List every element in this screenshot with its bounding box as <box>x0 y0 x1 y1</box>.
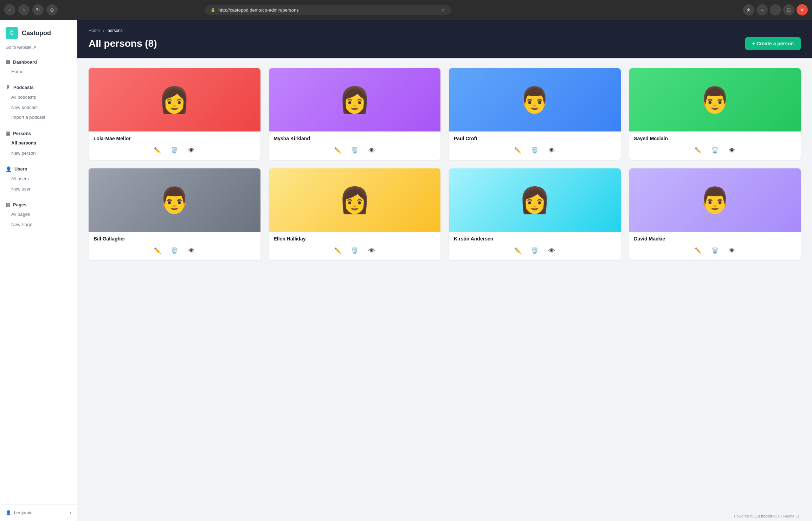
edit-icon[interactable]: ✏️ <box>513 246 523 255</box>
person-avatar: 👩 <box>89 68 260 131</box>
sidebar-item-new-page[interactable]: New Page <box>0 220 77 230</box>
sidebar-item-new-podcast[interactable]: New podcast <box>0 103 77 113</box>
person-avatar: 👩 <box>449 168 621 232</box>
app-footer: Powered by Castopod v1.0.0-alpha.31. <box>77 511 812 521</box>
delete-icon[interactable]: 🗑️ <box>710 146 720 155</box>
reload-button[interactable]: ↻ <box>32 4 44 15</box>
page-header: Home / persons All persons (8) + Create … <box>77 20 812 58</box>
view-icon[interactable]: 👁️ <box>547 146 556 155</box>
sidebar-section-header-persons[interactable]: ▣ Persons <box>0 128 77 138</box>
view-icon[interactable]: 👁️ <box>547 246 556 255</box>
edit-icon[interactable]: ✏️ <box>513 146 523 155</box>
sidebar-item-new-person[interactable]: New person <box>0 148 77 159</box>
user-icon: 👤 <box>6 510 11 515</box>
person-actions: ✏️ 🗑️ 👁️ <box>454 246 616 255</box>
sidebar-section-header-pages[interactable]: ▤ Pages <box>0 200 77 210</box>
person-card: 👩 Mysha Kirkland ✏️ 🗑️ 👁️ <box>269 68 441 160</box>
person-card: 👨 David Mackie ✏️ 🗑️ 👁️ <box>629 168 801 260</box>
edit-icon[interactable]: ✏️ <box>333 246 343 255</box>
minimize-button[interactable]: − <box>770 4 781 15</box>
person-actions: ✏️ 🗑️ 👁️ <box>274 246 436 255</box>
sidebar-footer[interactable]: 👤 benjamin › <box>0 504 77 521</box>
person-actions: ✏️ 🗑️ 👁️ <box>94 146 256 155</box>
edit-icon[interactable]: ✏️ <box>693 146 703 155</box>
delete-icon[interactable]: 🗑️ <box>710 246 720 255</box>
sidebar-section-label-podcasts: Podcasts <box>13 85 34 90</box>
sidebar-footer-username: benjamin <box>14 510 33 515</box>
person-name: Lola-Mae Mellor <box>94 136 256 141</box>
view-icon[interactable]: 👁️ <box>186 246 196 255</box>
sidebar-section-header-podcasts[interactable]: 🎙 Podcasts <box>0 83 77 92</box>
person-card-body: Sayed Mcclain ✏️ 🗑️ 👁️ <box>629 131 801 160</box>
forward-button[interactable]: › <box>18 4 30 15</box>
person-name: Bill Gallagher <box>94 236 256 242</box>
bookmark-icon[interactable]: ☆ <box>441 7 445 13</box>
extensions-button[interactable]: ★ <box>743 4 754 15</box>
sidebar-item-new-user[interactable]: New user <box>0 184 77 194</box>
footer-powered-by: Powered by <box>734 514 754 518</box>
person-avatar: 👨 <box>629 168 801 232</box>
person-actions: ✏️ 🗑️ 👁️ <box>94 246 256 255</box>
cards-area: 👩 Lola-Mae Mellor ✏️ 🗑️ 👁️ 👩 Mysha Kirkl… <box>77 58 812 511</box>
sidebar-item-all-persons[interactable]: All persons <box>0 138 77 148</box>
person-card-body: Mysha Kirkland ✏️ 🗑️ 👁️ <box>269 131 441 160</box>
person-card: 👩 Ellen Halliday ✏️ 🗑️ 👁️ <box>269 168 441 260</box>
browser-chrome: ‹ › ↻ ⊕ 🔒 http://castopod.demo/cp-admin/… <box>0 0 812 20</box>
page-title: All persons (8) <box>89 38 157 49</box>
page-header-row: All persons (8) + Create a person <box>89 37 801 50</box>
breadcrumb-home-link[interactable]: Home <box>89 28 100 33</box>
delete-icon[interactable]: 🗑️ <box>530 146 540 155</box>
dashboard-icon: ▦ <box>6 59 10 65</box>
podcasts-icon: 🎙 <box>6 85 11 90</box>
edit-icon[interactable]: ✏️ <box>333 146 343 155</box>
view-icon[interactable]: 👁️ <box>367 246 376 255</box>
sidebar-item-home[interactable]: Home <box>0 67 77 77</box>
sidebar-section-header-dashboard[interactable]: ▦ Dashboard <box>0 57 77 67</box>
view-icon[interactable]: 👁️ <box>727 246 737 255</box>
view-icon[interactable]: 👁️ <box>727 146 737 155</box>
sidebar-item-all-podcasts[interactable]: All podcasts <box>0 92 77 103</box>
sidebar-item-all-pages[interactable]: All pages <box>0 210 77 220</box>
sidebar: 🎙 Castopod Go to website ↗ ▦ Dashboard H… <box>0 20 77 521</box>
edit-icon[interactable]: ✏️ <box>153 146 162 155</box>
delete-icon[interactable]: 🗑️ <box>350 146 360 155</box>
sidebar-logo-text: Castopod <box>22 30 51 37</box>
person-card-body: Paul Croft ✏️ 🗑️ 👁️ <box>449 131 621 160</box>
newtab-button[interactable]: ⊕ <box>46 4 58 15</box>
create-person-button[interactable]: + Create a person <box>745 37 801 50</box>
view-icon[interactable]: 👁️ <box>186 146 196 155</box>
maximize-button[interactable]: □ <box>783 4 794 15</box>
browser-actions: ★ ≡ − □ ✕ <box>743 4 808 15</box>
goto-website-link[interactable]: Go to website ↗ <box>6 45 71 50</box>
app-container: 🎙 Castopod Go to website ↗ ▦ Dashboard H… <box>0 20 812 521</box>
persons-icon: ▣ <box>6 130 10 136</box>
delete-icon[interactable]: 🗑️ <box>169 146 179 155</box>
url-text: http://castopod.demo/cp-admin/persons <box>218 7 438 13</box>
person-card-body: Kirstin Andersen ✏️ 🗑️ 👁️ <box>449 232 621 260</box>
delete-icon[interactable]: 🗑️ <box>169 246 179 255</box>
sidebar-section-header-users[interactable]: 👤 Users <box>0 164 77 174</box>
person-name: Ellen Halliday <box>274 236 436 242</box>
sidebar-section-label-users: Users <box>14 166 27 172</box>
view-icon[interactable]: 👁️ <box>367 146 376 155</box>
edit-icon[interactable]: ✏️ <box>693 246 703 255</box>
sidebar-section-pages: ▤ Pages All pages New Page <box>0 197 77 233</box>
person-avatar: 👨 <box>629 68 801 131</box>
sidebar-goto: Go to website ↗ <box>0 44 77 54</box>
sidebar-item-all-users[interactable]: All users <box>0 174 77 184</box>
close-button[interactable]: ✕ <box>797 4 808 15</box>
person-avatar: 👨 <box>89 168 260 232</box>
sidebar-item-import-podcast[interactable]: Import a podcast <box>0 112 77 123</box>
url-bar[interactable]: 🔒 http://castopod.demo/cp-admin/persons … <box>205 5 451 15</box>
goto-website-label: Go to website <box>6 45 31 50</box>
persons-grid: 👩 Lola-Mae Mellor ✏️ 🗑️ 👁️ 👩 Mysha Kirkl… <box>89 68 801 260</box>
delete-icon[interactable]: 🗑️ <box>530 246 540 255</box>
back-button[interactable]: ‹ <box>4 4 15 15</box>
menu-button[interactable]: ≡ <box>756 4 768 15</box>
person-name: David Mackie <box>634 236 796 242</box>
footer-app-link[interactable]: Castopod <box>755 514 772 518</box>
person-avatar: 👩 <box>269 168 441 232</box>
delete-icon[interactable]: 🗑️ <box>350 246 360 255</box>
edit-icon[interactable]: ✏️ <box>153 246 162 255</box>
person-card-body: Lola-Mae Mellor ✏️ 🗑️ 👁️ <box>89 131 260 160</box>
